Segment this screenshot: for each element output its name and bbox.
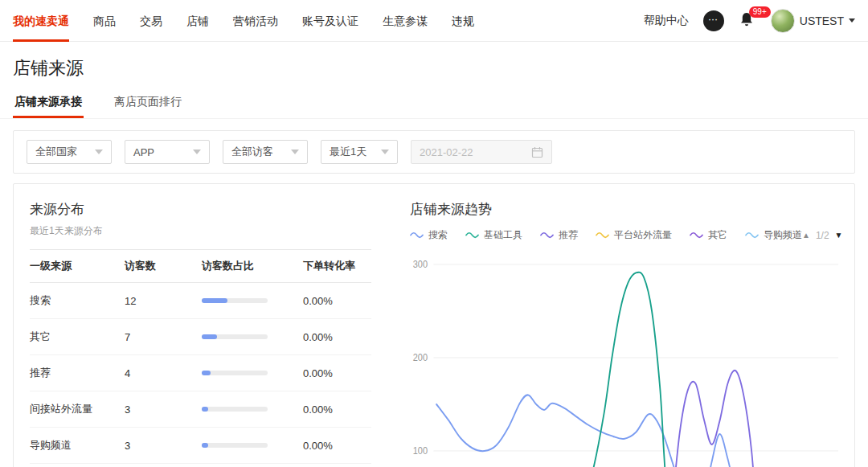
page-title: 店铺来源 — [0, 42, 868, 88]
share-bar-fill — [202, 407, 208, 412]
calendar-icon — [531, 146, 543, 158]
source-cell: 直接站外流量 — [30, 464, 125, 467]
share-bar-track — [202, 334, 268, 339]
nav-item-6[interactable]: 生意参谋 — [383, 0, 428, 42]
wave-icon — [540, 231, 554, 239]
legend-item-5[interactable]: 导购频道 — [745, 228, 802, 242]
trend-panel-title: 店铺来源趋势 — [410, 200, 838, 219]
conversion-cell: 0.00% — [303, 464, 371, 467]
platform-select[interactable]: APP — [125, 140, 210, 164]
nav-item-5[interactable]: 账号及认证 — [302, 0, 358, 42]
visitors-cell: 4 — [125, 355, 202, 391]
source-cell: 搜索 — [30, 283, 125, 319]
chevron-down-icon — [291, 150, 299, 154]
page-down-icon[interactable]: ▼ — [835, 231, 843, 240]
table-row: 搜索120.00% — [30, 283, 371, 319]
legend-item-3[interactable]: 平台站外流量 — [596, 228, 672, 242]
avatar — [771, 9, 795, 33]
share-bar-track — [202, 371, 268, 375]
visitors-cell: 7 — [125, 319, 202, 355]
nav-item-4[interactable]: 营销活动 — [233, 0, 278, 42]
filter-bar: 全部国家 APP 全部访客 最近1天 2021-02-22 — [13, 130, 855, 174]
source-cell: 其它 — [30, 319, 125, 355]
trend-chart-svg: 100200300 — [410, 252, 838, 467]
share-bar-track — [202, 298, 268, 303]
source-cell: 导购频道 — [30, 428, 125, 464]
visitors-cell: 1 — [125, 464, 202, 467]
nav-item-2[interactable]: 交易 — [140, 0, 162, 42]
wave-icon — [690, 231, 703, 239]
visitor-select-value: 全部访客 — [231, 145, 273, 159]
svg-text:100: 100 — [413, 446, 428, 456]
wave-icon — [410, 231, 424, 239]
country-select-value: 全部国家 — [35, 145, 77, 159]
notification-bell[interactable]: 99+ — [739, 11, 756, 31]
legend-label: 基础工具 — [484, 228, 522, 242]
nav-menu: 我的速卖通商品交易店铺营销活动账号及认证生意参谋违规 — [13, 0, 498, 42]
date-value: 2021-02-22 — [420, 146, 473, 158]
legend-item-1[interactable]: 基础工具 — [465, 228, 522, 242]
visitor-select[interactable]: 全部访客 — [223, 140, 308, 164]
trend-chart: 100200300 — [410, 252, 838, 467]
table-row: 其它70.00% — [30, 319, 371, 355]
source-panel-title: 来源分布 — [30, 200, 371, 219]
chevron-down-icon — [849, 18, 855, 23]
column-header: 一级来源 — [30, 250, 125, 283]
share-cell — [202, 428, 303, 464]
legend-item-0[interactable]: 搜索 — [410, 228, 448, 242]
help-center-link[interactable]: 帮助中心 — [644, 14, 689, 28]
conversion-cell: 0.00% — [303, 428, 371, 464]
nav-item-7[interactable]: 违规 — [452, 0, 474, 42]
share-cell — [202, 355, 303, 391]
nav-item-0[interactable]: 我的速卖通 — [13, 0, 69, 42]
wave-icon — [745, 231, 759, 239]
visitors-cell: 3 — [125, 428, 202, 464]
visitors-cell: 12 — [125, 283, 202, 319]
table-row: 推荐40.00% — [30, 355, 371, 391]
chevron-down-icon — [193, 150, 201, 154]
tab-0[interactable]: 店铺来源承接 — [13, 88, 84, 118]
column-header: 访客数占比 — [202, 250, 303, 283]
share-bar-fill — [202, 371, 211, 375]
trend-panel: 店铺来源趋势 搜索基础工具推荐平台站外流量其它导购频道 ▲ 1/2 ▼ 1002… — [410, 200, 838, 467]
date-input[interactable]: 2021-02-22 — [411, 140, 552, 164]
legend-label: 搜索 — [428, 228, 448, 242]
pagination-label: 1/2 — [816, 230, 829, 241]
country-select[interactable]: 全部国家 — [27, 140, 112, 164]
source-panel-subtitle: 最近1天来源分布 — [30, 224, 371, 238]
visitors-cell: 3 — [125, 391, 202, 428]
conversion-cell: 0.00% — [303, 283, 371, 319]
tab-1[interactable]: 离店页面排行 — [113, 88, 183, 118]
legend-item-4[interactable]: 其它 — [690, 228, 727, 242]
source-distribution-panel: 来源分布 最近1天来源分布 一级来源访客数访客数占比下单转化率 搜索120.00… — [30, 200, 371, 467]
range-select-value: 最近1天 — [330, 145, 366, 159]
legend-row: 搜索基础工具推荐平台站外流量其它导购频道 ▲ 1/2 ▼ — [410, 228, 838, 242]
source-table: 一级来源访客数访客数占比下单转化率 搜索120.00%其它70.00%推荐40.… — [30, 249, 371, 467]
share-cell — [202, 319, 303, 355]
legend-items: 搜索基础工具推荐平台站外流量其它导购频道 — [410, 228, 802, 242]
page-up-icon[interactable]: ▲ — [802, 231, 810, 240]
source-cell: 推荐 — [30, 355, 125, 391]
wave-icon — [465, 231, 479, 239]
wave-icon — [596, 231, 609, 239]
conversion-cell: 0.00% — [303, 319, 371, 355]
legend-label: 其它 — [708, 228, 727, 242]
nav-item-1[interactable]: 商品 — [93, 0, 116, 42]
table-row: 直接站外流量10.00% — [30, 464, 371, 467]
share-cell — [202, 464, 303, 467]
nav-item-3[interactable]: 店铺 — [186, 0, 209, 42]
chat-icon[interactable]: ··· — [703, 10, 724, 31]
source-table-header: 一级来源访客数访客数占比下单转化率 — [30, 250, 371, 283]
conversion-cell: 0.00% — [303, 355, 371, 391]
user-menu[interactable]: USTEST — [771, 9, 855, 33]
share-bar-fill — [202, 334, 217, 339]
source-table-body: 搜索120.00%其它70.00%推荐40.00%间接站外流量30.00%导购频… — [30, 283, 371, 467]
chat-dots: ··· — [709, 17, 719, 24]
legend-item-2[interactable]: 推荐 — [540, 228, 578, 242]
chevron-down-icon — [381, 150, 389, 154]
range-select[interactable]: 最近1天 — [321, 140, 398, 164]
share-bar-fill — [202, 298, 227, 303]
svg-text:300: 300 — [413, 260, 428, 269]
table-row: 导购频道30.00% — [30, 428, 371, 464]
username: USTEST — [800, 14, 844, 27]
